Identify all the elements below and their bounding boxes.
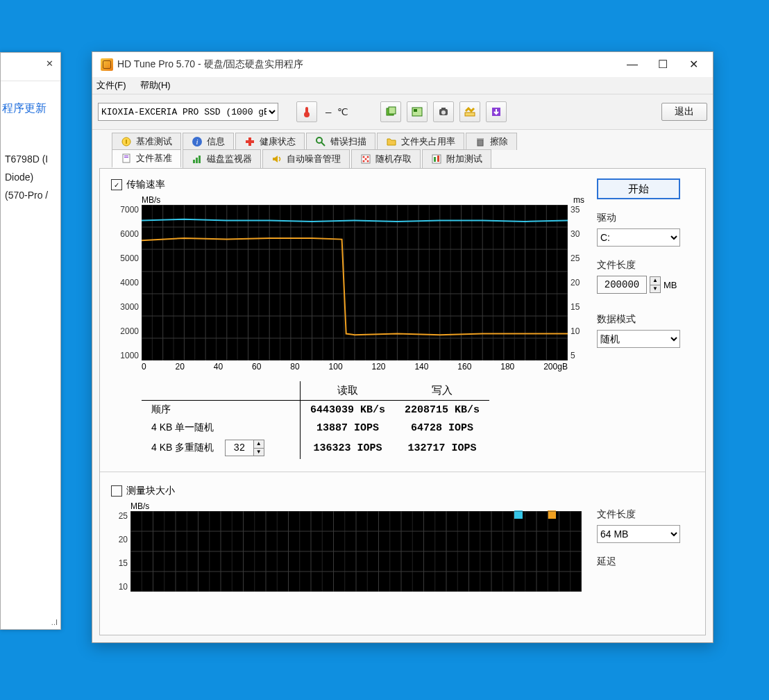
plus-red-icon [244, 136, 255, 147]
extra-icon [431, 153, 442, 165]
svg-rect-26 [198, 156, 201, 163]
svg-rect-25 [196, 158, 198, 163]
temperature-icon[interactable] [296, 101, 317, 122]
tab-random[interactable]: 随机存取 [351, 149, 421, 168]
drive-letter-select[interactable]: C: [597, 228, 680, 247]
tab-erase[interactable]: 擦除 [466, 133, 517, 150]
result-row-label: 4 KB 多重随机 32▲▼ [142, 437, 301, 459]
svg-point-17 [316, 138, 322, 143]
result-row-label: 4 KB 单一随机 [142, 419, 301, 437]
info-bulb-icon [121, 136, 132, 147]
copy-info-button[interactable] [380, 101, 401, 122]
toolbar: KIOXIA-EXCERIA PRO SSD (1000 gB) — ℃ 退出 [92, 94, 713, 130]
y-axis-unit-2: MB/s [130, 501, 149, 511]
background-window: ✕ 程序更新 T6798D (I Diode) (570-Pro / ..I [0, 52, 61, 630]
window-title: HD Tune Pro 5.70 - 硬盘/固态硬盘实用程序 [117, 58, 617, 71]
file-length-down[interactable]: ▼ [650, 285, 660, 293]
result-read-value: 6443039 KB/s [301, 401, 396, 419]
svg-rect-21 [123, 154, 130, 162]
minimize-button[interactable]: — [617, 55, 648, 74]
menu-file[interactable]: 文件(F) [96, 79, 126, 92]
svg-rect-33 [432, 155, 441, 163]
options-button[interactable] [459, 101, 480, 122]
svg-rect-35 [437, 156, 439, 162]
block-size-chart: MB/s 25201510 readwrite [111, 501, 584, 592]
transfer-chart: MB/s ms 7000600050004000300020001000 353… [111, 195, 584, 373]
tab-monitor[interactable]: 磁盘监视器 [183, 149, 261, 168]
result-row-label: 顺序 [142, 401, 301, 419]
block-size-checkbox[interactable]: 测量块大小 [111, 485, 584, 497]
transfer-rate-checkbox[interactable]: ✓ 传输速率 [111, 178, 584, 191]
menu-bar: 文件(F) 帮助(H) [92, 77, 713, 94]
svg-rect-23 [124, 157, 128, 158]
tab-health[interactable]: 健康状态 [235, 133, 305, 150]
bg-content: T6798D (I Diode) (570-Pro / [5, 150, 60, 204]
file-benchmark-panel: ✓ 传输速率 MB/s ms 7000600050004000300020001… [99, 168, 706, 635]
save-log-button[interactable] [486, 101, 507, 122]
file-length-input[interactable]: 200000 [597, 276, 647, 294]
tab-extra[interactable]: 附加测试 [422, 149, 491, 168]
drive-select[interactable]: KIOXIA-EXCERIA PRO SSD (1000 gB) [98, 103, 278, 121]
svg-rect-24 [193, 160, 195, 163]
bg-close-button[interactable]: ✕ [38, 53, 60, 75]
pattern-select[interactable]: 随机 [597, 330, 680, 348]
tab-benchmark[interactable]: 基准测试 [112, 133, 181, 150]
folder-icon [386, 136, 397, 147]
svg-rect-8 [441, 108, 446, 110]
file-length2-select[interactable]: 64 MB [597, 525, 680, 543]
file-length-label: 文件长度 [597, 259, 694, 272]
result-read-value: 13887 IOPS [301, 419, 396, 437]
svg-point-29 [367, 156, 369, 158]
queue-down[interactable]: ▼ [254, 449, 264, 456]
hd-tune-window: HD Tune Pro 5.70 - 硬盘/固态硬盘实用程序 — ☐ ✕ 文件(… [92, 51, 713, 643]
svg-rect-19 [478, 140, 483, 146]
file-length2-label: 文件长度 [597, 508, 694, 521]
svg-point-28 [363, 156, 365, 158]
chart-icon [192, 153, 203, 165]
svg-rect-20 [477, 138, 484, 140]
transfer-rate-label: 传输速率 [126, 178, 165, 191]
doc-icon [121, 153, 132, 164]
tab-info[interactable]: i信息 [183, 133, 234, 150]
temperature-readout: — ℃ [326, 106, 348, 118]
block-size-label: 测量块大小 [126, 485, 175, 497]
side-controls: 开始 驱动 C: 文件长度 200000 ▲▼ MB 数据模式 随机 [597, 178, 694, 360]
result-read-value: 136323 IOPS [301, 437, 396, 459]
menu-help[interactable]: 帮助(H) [140, 79, 171, 92]
tabs-area: 基准测试i信息健康状态错误扫描文件夹占用率擦除 文件基准磁盘监视器自动噪音管理随… [92, 130, 713, 168]
copy-screenshot-button[interactable] [407, 101, 428, 122]
title-bar[interactable]: HD Tune Pro 5.70 - 硬盘/固态硬盘实用程序 — ☐ ✕ [92, 52, 713, 77]
y-axis-unit: MB/s [142, 195, 160, 205]
tab-aam[interactable]: 自动噪音管理 [262, 149, 350, 168]
result-write-value: 132717 IOPS [395, 437, 489, 459]
svg-rect-12 [126, 140, 127, 144]
tab-filebench[interactable]: 文件基准 [112, 149, 181, 168]
y2-axis-unit: ms [573, 195, 584, 205]
save-screenshot-button[interactable] [433, 101, 454, 122]
results-table: 读取 写入 顺序6443039 KB/s2208715 KB/s4 KB 单一随… [142, 381, 584, 459]
exit-button[interactable]: 退出 [661, 103, 707, 121]
close-button[interactable]: ✕ [678, 55, 709, 74]
file-length-up[interactable]: ▲ [650, 277, 660, 285]
maximize-button[interactable]: ☐ [648, 55, 678, 74]
queue-depth-spinner[interactable]: 32▲▼ [225, 440, 264, 456]
bg-heading: 程序更新 [1, 101, 63, 116]
queue-up[interactable]: ▲ [254, 440, 264, 449]
svg-line-18 [321, 142, 325, 146]
tab-folder[interactable]: 文件夹占用率 [377, 133, 464, 150]
svg-point-32 [367, 160, 369, 162]
delay-label: 延迟 [597, 556, 694, 568]
speaker-icon [271, 153, 282, 165]
drive-label: 驱动 [597, 212, 694, 224]
svg-rect-16 [246, 140, 254, 143]
file-length-unit: MB [664, 280, 677, 290]
svg-rect-34 [434, 157, 436, 162]
svg-point-31 [363, 160, 365, 162]
random-icon [360, 153, 371, 165]
svg-text:i: i [196, 138, 198, 146]
result-write-value: 64728 IOPS [395, 419, 489, 437]
svg-point-7 [441, 110, 446, 115]
svg-rect-22 [124, 156, 128, 156]
tab-error[interactable]: 错误扫描 [306, 133, 375, 150]
start-button[interactable]: 开始 [597, 178, 680, 199]
